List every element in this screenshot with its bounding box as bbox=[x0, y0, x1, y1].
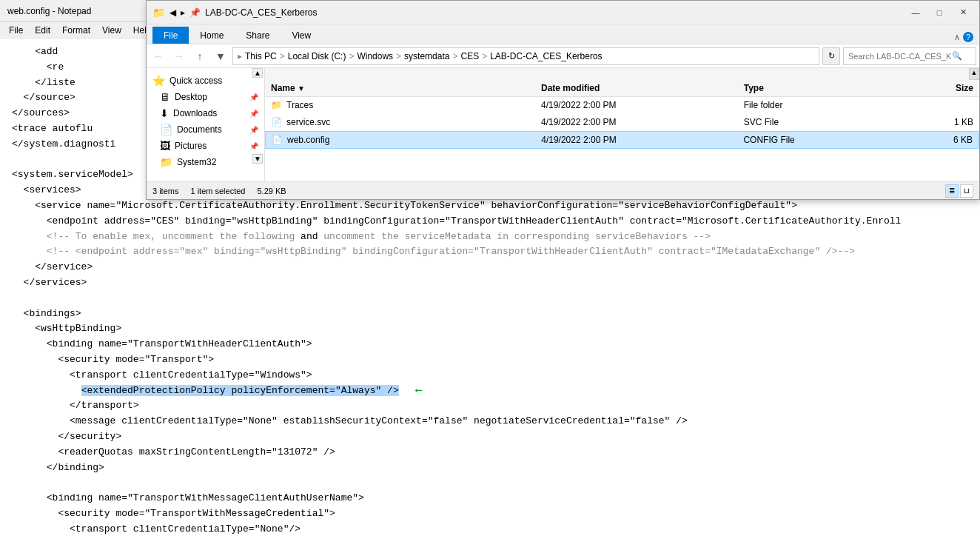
col-header-date[interactable]: Date modified bbox=[541, 83, 744, 93]
breadcrumb-systemdata[interactable]: systemdata bbox=[404, 51, 449, 61]
sidebar-item-quick-access[interactable]: ⭐ Quick access bbox=[147, 73, 264, 89]
address-bar: ← → ↑ ▼ ▸ This PC > Local Disk (C:) > Wi… bbox=[147, 44, 979, 68]
code-line-27: <readerQuotas maxStringContentLength="13… bbox=[12, 445, 968, 460]
large-icons-view-button[interactable]: ⊔ bbox=[960, 184, 973, 198]
pin-icon: 📌 bbox=[189, 7, 201, 18]
explorer-title: LAB-DC-CA_CES_Kerberos bbox=[205, 7, 905, 18]
nav-icon: ▸ bbox=[181, 7, 185, 18]
status-selected-count: 1 item selected bbox=[190, 187, 245, 195]
file-svc-icon: 📄 bbox=[271, 117, 282, 127]
file-name-web-config: 📄 web.config bbox=[272, 135, 541, 145]
file-row-traces[interactable]: 📁 Traces 4/19/2022 2:00 PM File folder bbox=[265, 97, 979, 114]
tab-view[interactable]: View bbox=[281, 27, 322, 44]
col-header-type[interactable]: Type bbox=[744, 83, 879, 93]
code-line-12: <endpoint address="CES" binding="wsHttpB… bbox=[12, 214, 968, 230]
details-view-button[interactable]: ≣ bbox=[945, 184, 959, 198]
tab-share[interactable]: Share bbox=[235, 27, 281, 44]
explorer-titlebar: 📁 ◀ ▸ 📌 LAB-DC-CA_CES_Kerberos — □ ✕ bbox=[147, 1, 979, 24]
code-line-19: <wsHttpBinding> bbox=[12, 321, 968, 337]
forward-button[interactable]: → bbox=[170, 47, 188, 65]
menu-file[interactable]: File bbox=[3, 24, 29, 37]
folder-icon: 📁 bbox=[152, 7, 165, 19]
breadcrumb-this-pc[interactable]: This PC bbox=[245, 51, 277, 61]
sidebar-item-system32[interactable]: 📁 System32 bbox=[147, 154, 264, 170]
file-config-icon: 📄 bbox=[272, 135, 283, 145]
collapse-ribbon-icon[interactable]: ∧ bbox=[954, 33, 960, 42]
code-line-22: <transport clientCredentialType="Windows… bbox=[12, 368, 968, 383]
code-line-29 bbox=[12, 475, 968, 491]
breadcrumb-ces[interactable]: CES bbox=[460, 51, 479, 61]
minimize-button[interactable]: — bbox=[905, 5, 926, 20]
sidebar-scroll-up[interactable]: ▲ bbox=[252, 68, 263, 78]
explorer-sidebar: ▲ ⭐ Quick access 🖥 Desktop 📌 ⬇ Downloads… bbox=[147, 68, 265, 181]
sidebar-item-documents[interactable]: 📄 Documents 📌 bbox=[147, 121, 264, 138]
file-list-scroll-up[interactable]: ▲ bbox=[969, 68, 979, 80]
status-bar: 3 items 1 item selected 5.29 KB ≣ ⊔ bbox=[147, 181, 979, 199]
file-date-web-config: 4/19/2022 2:00 PM bbox=[541, 135, 743, 145]
breadcrumb-windows[interactable]: Windows bbox=[357, 51, 393, 61]
code-line-31: <security mode="TransportWithMessageCred… bbox=[12, 506, 968, 522]
code-line-32: <transport clientCredentialType="None"/> bbox=[12, 522, 968, 536]
back-button[interactable]: ← bbox=[150, 47, 167, 65]
pictures-icon: 🖼 bbox=[160, 140, 170, 152]
menu-format[interactable]: Format bbox=[56, 24, 96, 37]
status-item-count: 3 items bbox=[152, 187, 178, 195]
file-list-header: Name ▼ Date modified Type Size bbox=[265, 80, 979, 97]
sidebar-item-desktop[interactable]: 🖥 Desktop 📌 bbox=[147, 89, 264, 105]
help-icon[interactable]: ? bbox=[963, 32, 973, 42]
status-file-size: 5.29 KB bbox=[257, 187, 286, 195]
breadcrumb-kerberos[interactable]: LAB-DC-CA_CES_Kerberos bbox=[490, 51, 602, 61]
code-line-26: </security> bbox=[12, 429, 968, 445]
file-row-service-svc[interactable]: 📄 service.svc 4/19/2022 2:00 PM SVC File… bbox=[265, 114, 979, 131]
code-line-18: <bindings> bbox=[12, 306, 968, 322]
window-controls: — □ ✕ bbox=[905, 5, 973, 20]
ribbon-tabs: File Home Share View ∧ ? bbox=[147, 24, 979, 44]
file-size-service-svc: 1 KB bbox=[879, 117, 973, 127]
file-date-traces: 4/19/2022 2:00 PM bbox=[541, 100, 744, 110]
menu-view[interactable]: View bbox=[96, 24, 127, 37]
view-icons: ≣ ⊔ bbox=[945, 184, 973, 198]
maximize-button[interactable]: □ bbox=[929, 5, 950, 20]
notepad-title: web.config - Notepad bbox=[7, 6, 91, 16]
sidebar-item-downloads[interactable]: ⬇ Downloads 📌 bbox=[147, 105, 264, 121]
explorer-window: 📁 ◀ ▸ 📌 LAB-DC-CA_CES_Kerberos — □ ✕ Fil… bbox=[146, 0, 980, 200]
search-box[interactable]: 🔍 bbox=[843, 47, 976, 65]
sidebar-label-quick-access: Quick access bbox=[170, 76, 222, 86]
code-line-15: </service> bbox=[12, 260, 968, 275]
search-input[interactable] bbox=[848, 52, 952, 61]
col-header-name[interactable]: Name ▼ bbox=[271, 83, 541, 93]
code-line-13: <!-- To enable mex, uncomment the follow… bbox=[12, 230, 968, 245]
file-date-service-svc: 4/19/2022 2:00 PM bbox=[541, 117, 744, 127]
breadcrumb-local-disk[interactable]: Local Disk (C:) bbox=[288, 51, 346, 61]
sidebar-label-desktop: Desktop bbox=[175, 92, 207, 102]
documents-icon: 📄 bbox=[160, 124, 172, 135]
explorer-main: ▲ ⭐ Quick access 🖥 Desktop 📌 ⬇ Downloads… bbox=[147, 68, 979, 181]
folder-system32-icon: 📁 bbox=[160, 156, 172, 168]
file-size-web-config: 6 KB bbox=[879, 135, 973, 145]
sidebar-section-quickaccess: ⭐ Quick access 🖥 Desktop 📌 ⬇ Downloads 📌… bbox=[147, 71, 264, 172]
code-line-17 bbox=[12, 291, 968, 306]
tab-home[interactable]: Home bbox=[189, 27, 235, 44]
sidebar-scroll-down[interactable]: ▼ bbox=[252, 154, 263, 164]
up-button[interactable]: ↑ bbox=[191, 47, 209, 65]
file-row-web-config[interactable]: 📄 web.config 4/19/2022 2:00 PM CONFIG Fi… bbox=[265, 131, 979, 149]
quick-access-icon: ◀ bbox=[170, 7, 176, 18]
sidebar-item-pictures[interactable]: 🖼 Pictures 📌 bbox=[147, 138, 264, 154]
pin-icon-pictures: 📌 bbox=[249, 142, 258, 150]
file-name-traces: 📁 Traces bbox=[271, 100, 541, 110]
code-line-30: <binding name="TransportWithMessageClien… bbox=[12, 491, 968, 506]
code-line-16: </services> bbox=[12, 275, 968, 291]
refresh-button[interactable]: ↻ bbox=[822, 47, 840, 65]
code-line-23: <extendedProtectionPolicy policyEnforcem… bbox=[12, 383, 968, 399]
search-icon[interactable]: 🔍 bbox=[952, 51, 962, 61]
file-name-service-svc: 📄 service.svc bbox=[271, 117, 541, 127]
menu-edit[interactable]: Edit bbox=[29, 24, 56, 37]
folder-traces-icon: 📁 bbox=[271, 100, 282, 110]
recent-locations-button[interactable]: ▼ bbox=[212, 47, 229, 65]
col-header-size[interactable]: Size bbox=[879, 83, 973, 93]
tab-file[interactable]: File bbox=[152, 27, 189, 44]
code-line-24: </transport> bbox=[12, 398, 968, 414]
code-line-21: <security mode="Transport"> bbox=[12, 352, 968, 368]
pin-icon-desktop: 📌 bbox=[249, 93, 258, 101]
close-button[interactable]: ✕ bbox=[953, 5, 973, 20]
